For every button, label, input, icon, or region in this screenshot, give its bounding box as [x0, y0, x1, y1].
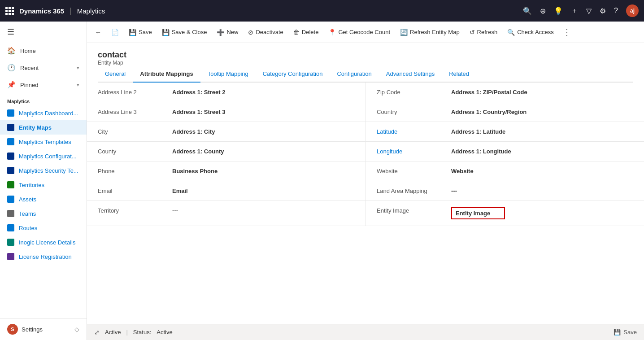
sidebar-bottom-settings[interactable]: S Settings ◇	[0, 318, 87, 340]
back-arrow-icon: ←	[95, 29, 101, 36]
field-city-left: City Address 1: City	[87, 122, 366, 142]
sidebar-recent-label: Recent	[20, 65, 39, 71]
delete-icon: 🗑	[293, 29, 300, 36]
back-button[interactable]: ←	[91, 26, 106, 39]
new-button[interactable]: ➕ New	[212, 26, 243, 39]
label-longitude[interactable]: Longitude	[377, 148, 444, 155]
help-icon[interactable]: ?	[614, 7, 618, 15]
get-geocode-button[interactable]: 📍 Get Geocode Count	[324, 26, 395, 39]
delete-button[interactable]: 🗑 Delete	[289, 26, 323, 39]
refresh-label: Refresh	[477, 29, 498, 35]
filter-icon[interactable]: ▽	[586, 7, 592, 15]
save-icon: 💾	[129, 29, 136, 36]
save-label: Save	[139, 29, 152, 35]
sidebar-hamburger[interactable]: ☰	[0, 22, 87, 42]
record-icon-button[interactable]: 📄	[107, 26, 123, 39]
sidebar-home-label: Home	[20, 48, 36, 54]
save-close-button[interactable]: 💾 Save & Close	[157, 26, 212, 39]
sidebar-item-security[interactable]: Maplytics Security Te...	[0, 163, 87, 178]
label-land-area: Land Area Mapping	[377, 187, 444, 194]
value-entity-image[interactable]: Entity Image	[451, 207, 505, 219]
sidebar-item-configuration[interactable]: Maplytics Configurat...	[0, 149, 87, 163]
label-city: City	[98, 128, 165, 135]
status-save-button[interactable]: 💾 Save	[614, 329, 637, 336]
label-county: County	[98, 148, 165, 155]
form-content: Address Line 2 Address 1: Street 2 Zip C…	[87, 83, 644, 324]
deactivate-label: Deactivate	[256, 29, 283, 35]
refresh-button[interactable]: ↺ Refresh	[465, 26, 502, 39]
field-address-line-2-left: Address Line 2 Address 1: Street 2	[87, 83, 366, 102]
refresh-entity-icon: 🔄	[400, 29, 408, 36]
lightbulb-icon[interactable]: 💡	[554, 7, 563, 15]
field-land-area-right: Land Area Mapping ---	[366, 181, 644, 201]
tab-tooltip-mapping[interactable]: Tooltip Mapping	[200, 66, 256, 83]
tab-related[interactable]: Related	[442, 66, 476, 83]
app-grid-menu[interactable]	[5, 7, 14, 15]
save-button[interactable]: 💾 Save	[124, 26, 157, 39]
user-avatar[interactable]: aj	[626, 4, 639, 17]
settings-history-icon[interactable]: ⊕	[540, 7, 546, 15]
sidebar-item-territories[interactable]: Territories	[0, 178, 87, 192]
teams-icon	[7, 210, 14, 217]
field-email-left: Email Email	[87, 181, 366, 201]
active-status-label: Active	[105, 329, 121, 336]
entity-maps-icon	[7, 124, 14, 131]
security-icon	[7, 167, 14, 174]
sidebar-pinned-label: Pinned	[20, 82, 38, 88]
sidebar-item-recent[interactable]: 🕐 Recent ▾	[0, 59, 87, 76]
sidebar-item-entity-maps[interactable]: Entity Maps	[0, 120, 87, 135]
sidebar-item-routes[interactable]: Routes	[0, 221, 87, 235]
sidebar-templates-label: Maplytics Templates	[19, 139, 71, 145]
sidebar-item-pinned[interactable]: 📌 Pinned ▾	[0, 76, 87, 93]
sidebar-territories-label: Territories	[19, 182, 44, 188]
recent-chevron-icon: ▾	[77, 65, 79, 71]
gear-icon[interactable]: ⚙	[600, 7, 606, 15]
tab-advanced-settings[interactable]: Advanced Settings	[379, 66, 442, 83]
territories-icon	[7, 181, 14, 188]
settings-expand-icon[interactable]: ◇	[74, 326, 79, 333]
more-options-icon[interactable]: ⋮	[559, 25, 574, 40]
value-address-line-3: Address 1: Street 3	[172, 109, 226, 115]
sidebar-dashboard-label: Maplytics Dashboard...	[19, 110, 78, 117]
expand-icon[interactable]: ⤢	[94, 329, 100, 336]
settings-label: Settings	[22, 326, 71, 333]
sidebar-item-assets[interactable]: Assets	[0, 192, 87, 206]
value-county: Address 1: County	[172, 148, 224, 155]
field-county-left: County Address 1: County	[87, 142, 366, 161]
value-phone: Business Phone	[172, 168, 218, 174]
sidebar-license-registration-label: License Registration	[19, 253, 72, 260]
tab-configuration[interactable]: Configuration	[330, 66, 379, 83]
sidebar-item-templates[interactable]: Maplytics Templates	[0, 135, 87, 149]
tab-general[interactable]: General	[98, 66, 133, 83]
configuration-icon	[7, 153, 14, 160]
sidebar-item-dashboard[interactable]: Maplytics Dashboard...	[0, 106, 87, 120]
sidebar-item-teams[interactable]: Teams	[0, 206, 87, 221]
search-icon[interactable]: 🔍	[523, 7, 532, 15]
label-phone: Phone	[98, 168, 165, 174]
plus-icon[interactable]: ＋	[571, 6, 578, 16]
sidebar: ☰ 🏠 Home 🕐 Recent ▾ 📌 Pinned ▾ Maplytics…	[0, 22, 87, 340]
sidebar-assets-label: Assets	[19, 196, 36, 203]
label-email: Email	[98, 187, 165, 194]
sidebar-license-details-label: Inogic License Details	[19, 239, 75, 246]
field-address-line-3-left: Address Line 3 Address 1: Street 3	[87, 102, 366, 122]
record-page-icon: 📄	[111, 29, 119, 36]
sidebar-item-home[interactable]: 🏠 Home	[0, 42, 87, 59]
deactivate-button[interactable]: ⊘ Deactivate	[244, 26, 287, 39]
deactivate-icon: ⊘	[248, 29, 253, 36]
get-geocode-label: Get Geocode Count	[338, 29, 390, 35]
brand-dynamics365: Dynamics 365	[19, 7, 64, 15]
page-subtitle: Entity Map	[98, 60, 633, 66]
label-latitude[interactable]: Latitude	[377, 128, 444, 135]
dashboard-icon	[7, 109, 14, 117]
tab-attribute-mappings[interactable]: Attribute Mappings	[133, 66, 200, 83]
status-save-icon: 💾	[614, 329, 621, 336]
value-city: Address 1: City	[172, 128, 215, 135]
refresh-entity-button[interactable]: 🔄 Refresh Entity Map	[396, 26, 464, 39]
tab-category-configuration[interactable]: Category Configuration	[256, 66, 330, 83]
check-access-button[interactable]: 🔍 Check Access	[503, 26, 558, 39]
sidebar-item-license-details[interactable]: Inogic License Details	[0, 235, 87, 249]
pinned-chevron-icon: ▾	[77, 82, 79, 88]
templates-icon	[7, 138, 14, 145]
sidebar-item-license-registration[interactable]: License Registration	[0, 249, 87, 264]
